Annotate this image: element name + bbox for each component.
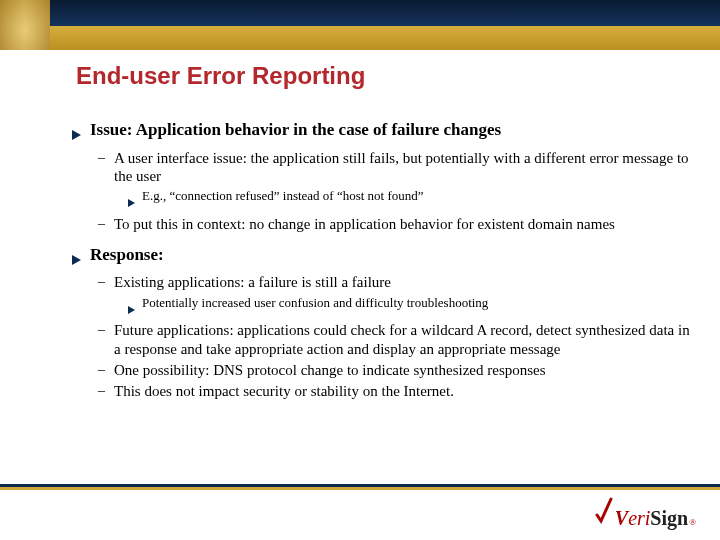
footer-gold-rule [0,487,720,490]
bullet-text: Response: [90,245,694,270]
sub-bullet-text: This does not impact security or stabili… [114,382,694,400]
logo-eri: eri [628,507,650,530]
sub-bullet-text: To put this in context: no change in app… [114,215,694,233]
subsub-bullet-text: E.g., “connection refused” instead of “h… [142,188,694,212]
header-navy-bar [50,0,720,26]
slide-title: End-user Error Reporting [76,62,365,90]
header-band [0,0,720,50]
header-gold-bar [50,26,720,50]
verisign-logo: VeriSign® [595,497,696,530]
sub-bullet: – To put this in context: no change in a… [98,215,694,233]
dash-icon: – [98,273,114,291]
slide-body: Issue: Application behavior in the case … [72,120,694,402]
sub-bullet-text: A user interface issue: the application … [114,149,694,186]
logo-v: V [615,507,628,530]
footer: VeriSign® [0,484,720,540]
dash-icon: – [98,321,114,358]
sub-bullet: – A user interface issue: the applicatio… [98,149,694,186]
triangle-icon [72,120,90,145]
slide: End-user Error Reporting Issue: Applicat… [0,0,720,540]
triangle-icon [128,188,142,212]
header-image-block [0,0,50,50]
bullet-response: Response: [72,245,694,270]
sub-bullet: – Future applications: applications coul… [98,321,694,358]
subsub-bullet-text: Potentially increased user confusion and… [142,295,694,319]
bullet-text: Issue: Application behavior in the case … [90,120,694,145]
check-icon [595,497,613,525]
sub-bullet: – This does not impact security or stabi… [98,382,694,400]
dash-icon: – [98,361,114,379]
logo-registered: ® [689,517,696,527]
dash-icon: – [98,149,114,186]
logo-sign: Sign [650,507,688,530]
subsub-bullet: Potentially increased user confusion and… [128,295,694,319]
sub-bullet: – One possibility: DNS protocol change t… [98,361,694,379]
sub-bullet-text: Future applications: applications could … [114,321,694,358]
sub-bullet: – Existing applications: a failure is st… [98,273,694,291]
sub-bullet-text: One possibility: DNS protocol change to … [114,361,694,379]
bullet-issue: Issue: Application behavior in the case … [72,120,694,145]
dash-icon: – [98,382,114,400]
dash-icon: – [98,215,114,233]
triangle-icon [128,295,142,319]
triangle-icon [72,245,90,270]
sub-bullet-text: Existing applications: a failure is stil… [114,273,694,291]
subsub-bullet: E.g., “connection refused” instead of “h… [128,188,694,212]
